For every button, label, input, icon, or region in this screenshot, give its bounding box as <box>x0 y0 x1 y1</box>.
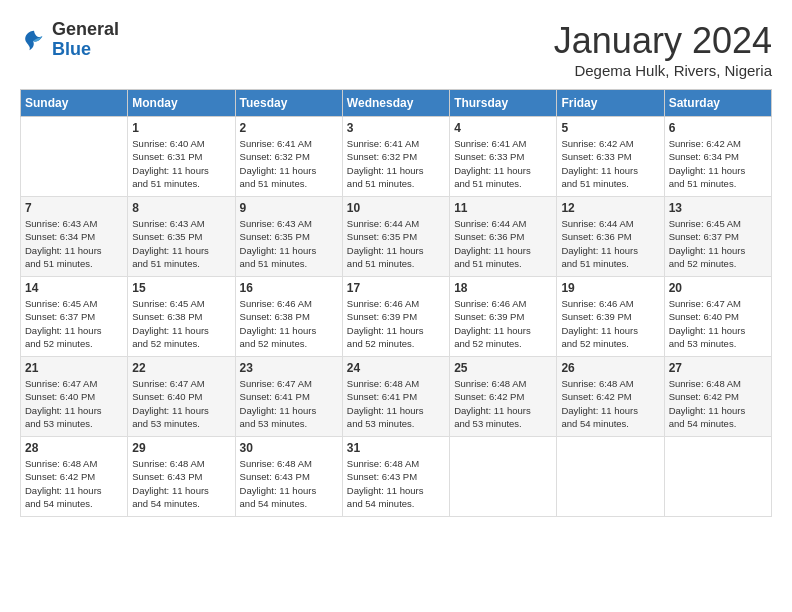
day-info: Sunrise: 6:48 AMSunset: 6:42 PMDaylight:… <box>561 377 659 430</box>
calendar-cell <box>664 437 771 517</box>
day-info: Sunrise: 6:44 AMSunset: 6:36 PMDaylight:… <box>454 217 552 270</box>
day-info: Sunrise: 6:45 AMSunset: 6:37 PMDaylight:… <box>25 297 123 350</box>
day-info: Sunrise: 6:42 AMSunset: 6:34 PMDaylight:… <box>669 137 767 190</box>
day-info: Sunrise: 6:40 AMSunset: 6:31 PMDaylight:… <box>132 137 230 190</box>
day-info: Sunrise: 6:41 AMSunset: 6:32 PMDaylight:… <box>347 137 445 190</box>
calendar-cell: 8Sunrise: 6:43 AMSunset: 6:35 PMDaylight… <box>128 197 235 277</box>
title-block: January 2024 Degema Hulk, Rivers, Nigeri… <box>554 20 772 79</box>
day-number: 25 <box>454 361 552 375</box>
day-info: Sunrise: 6:48 AMSunset: 6:43 PMDaylight:… <box>132 457 230 510</box>
calendar-cell: 7Sunrise: 6:43 AMSunset: 6:34 PMDaylight… <box>21 197 128 277</box>
calendar-cell: 26Sunrise: 6:48 AMSunset: 6:42 PMDayligh… <box>557 357 664 437</box>
day-info: Sunrise: 6:46 AMSunset: 6:39 PMDaylight:… <box>561 297 659 350</box>
day-info: Sunrise: 6:48 AMSunset: 6:43 PMDaylight:… <box>240 457 338 510</box>
calendar-week-row: 14Sunrise: 6:45 AMSunset: 6:37 PMDayligh… <box>21 277 772 357</box>
day-info: Sunrise: 6:45 AMSunset: 6:38 PMDaylight:… <box>132 297 230 350</box>
day-number: 18 <box>454 281 552 295</box>
day-number: 27 <box>669 361 767 375</box>
calendar-cell: 29Sunrise: 6:48 AMSunset: 6:43 PMDayligh… <box>128 437 235 517</box>
calendar-cell: 24Sunrise: 6:48 AMSunset: 6:41 PMDayligh… <box>342 357 449 437</box>
logo-text: General Blue <box>52 20 119 60</box>
day-info: Sunrise: 6:43 AMSunset: 6:34 PMDaylight:… <box>25 217 123 270</box>
calendar-cell <box>557 437 664 517</box>
day-number: 12 <box>561 201 659 215</box>
day-number: 1 <box>132 121 230 135</box>
month-title: January 2024 <box>554 20 772 62</box>
day-number: 16 <box>240 281 338 295</box>
column-header-thursday: Thursday <box>450 90 557 117</box>
day-number: 30 <box>240 441 338 455</box>
calendar-week-row: 1Sunrise: 6:40 AMSunset: 6:31 PMDaylight… <box>21 117 772 197</box>
calendar-cell: 1Sunrise: 6:40 AMSunset: 6:31 PMDaylight… <box>128 117 235 197</box>
calendar-table: SundayMondayTuesdayWednesdayThursdayFrid… <box>20 89 772 517</box>
day-info: Sunrise: 6:48 AMSunset: 6:42 PMDaylight:… <box>454 377 552 430</box>
calendar-cell: 5Sunrise: 6:42 AMSunset: 6:33 PMDaylight… <box>557 117 664 197</box>
calendar-cell: 9Sunrise: 6:43 AMSunset: 6:35 PMDaylight… <box>235 197 342 277</box>
day-number: 26 <box>561 361 659 375</box>
day-number: 2 <box>240 121 338 135</box>
day-info: Sunrise: 6:44 AMSunset: 6:35 PMDaylight:… <box>347 217 445 270</box>
calendar-cell: 28Sunrise: 6:48 AMSunset: 6:42 PMDayligh… <box>21 437 128 517</box>
calendar-cell: 20Sunrise: 6:47 AMSunset: 6:40 PMDayligh… <box>664 277 771 357</box>
day-info: Sunrise: 6:46 AMSunset: 6:39 PMDaylight:… <box>347 297 445 350</box>
calendar-cell: 27Sunrise: 6:48 AMSunset: 6:42 PMDayligh… <box>664 357 771 437</box>
day-number: 14 <box>25 281 123 295</box>
day-info: Sunrise: 6:47 AMSunset: 6:40 PMDaylight:… <box>132 377 230 430</box>
calendar-cell: 17Sunrise: 6:46 AMSunset: 6:39 PMDayligh… <box>342 277 449 357</box>
day-number: 10 <box>347 201 445 215</box>
day-number: 19 <box>561 281 659 295</box>
day-info: Sunrise: 6:41 AMSunset: 6:33 PMDaylight:… <box>454 137 552 190</box>
calendar-cell: 25Sunrise: 6:48 AMSunset: 6:42 PMDayligh… <box>450 357 557 437</box>
day-info: Sunrise: 6:48 AMSunset: 6:42 PMDaylight:… <box>25 457 123 510</box>
calendar-cell: 4Sunrise: 6:41 AMSunset: 6:33 PMDaylight… <box>450 117 557 197</box>
location-title: Degema Hulk, Rivers, Nigeria <box>554 62 772 79</box>
calendar-cell <box>450 437 557 517</box>
column-header-sunday: Sunday <box>21 90 128 117</box>
day-info: Sunrise: 6:47 AMSunset: 6:40 PMDaylight:… <box>669 297 767 350</box>
day-info: Sunrise: 6:46 AMSunset: 6:38 PMDaylight:… <box>240 297 338 350</box>
calendar-week-row: 21Sunrise: 6:47 AMSunset: 6:40 PMDayligh… <box>21 357 772 437</box>
day-number: 6 <box>669 121 767 135</box>
day-info: Sunrise: 6:42 AMSunset: 6:33 PMDaylight:… <box>561 137 659 190</box>
calendar-cell: 13Sunrise: 6:45 AMSunset: 6:37 PMDayligh… <box>664 197 771 277</box>
page-header: General Blue January 2024 Degema Hulk, R… <box>20 20 772 79</box>
day-number: 24 <box>347 361 445 375</box>
day-info: Sunrise: 6:48 AMSunset: 6:42 PMDaylight:… <box>669 377 767 430</box>
day-info: Sunrise: 6:44 AMSunset: 6:36 PMDaylight:… <box>561 217 659 270</box>
day-number: 5 <box>561 121 659 135</box>
calendar-cell: 21Sunrise: 6:47 AMSunset: 6:40 PMDayligh… <box>21 357 128 437</box>
calendar-cell: 15Sunrise: 6:45 AMSunset: 6:38 PMDayligh… <box>128 277 235 357</box>
day-number: 7 <box>25 201 123 215</box>
column-header-saturday: Saturday <box>664 90 771 117</box>
calendar-cell: 10Sunrise: 6:44 AMSunset: 6:35 PMDayligh… <box>342 197 449 277</box>
calendar-cell: 19Sunrise: 6:46 AMSunset: 6:39 PMDayligh… <box>557 277 664 357</box>
column-header-monday: Monday <box>128 90 235 117</box>
day-number: 4 <box>454 121 552 135</box>
logo-bird-icon <box>20 26 48 54</box>
day-number: 23 <box>240 361 338 375</box>
calendar-cell: 30Sunrise: 6:48 AMSunset: 6:43 PMDayligh… <box>235 437 342 517</box>
calendar-cell: 16Sunrise: 6:46 AMSunset: 6:38 PMDayligh… <box>235 277 342 357</box>
day-info: Sunrise: 6:48 AMSunset: 6:43 PMDaylight:… <box>347 457 445 510</box>
day-number: 3 <box>347 121 445 135</box>
calendar-cell: 23Sunrise: 6:47 AMSunset: 6:41 PMDayligh… <box>235 357 342 437</box>
day-info: Sunrise: 6:48 AMSunset: 6:41 PMDaylight:… <box>347 377 445 430</box>
day-number: 11 <box>454 201 552 215</box>
calendar-header-row: SundayMondayTuesdayWednesdayThursdayFrid… <box>21 90 772 117</box>
column-header-wednesday: Wednesday <box>342 90 449 117</box>
calendar-cell <box>21 117 128 197</box>
day-number: 15 <box>132 281 230 295</box>
day-number: 20 <box>669 281 767 295</box>
calendar-cell: 2Sunrise: 6:41 AMSunset: 6:32 PMDaylight… <box>235 117 342 197</box>
day-number: 29 <box>132 441 230 455</box>
logo: General Blue <box>20 20 119 60</box>
day-number: 13 <box>669 201 767 215</box>
day-info: Sunrise: 6:43 AMSunset: 6:35 PMDaylight:… <box>132 217 230 270</box>
day-number: 9 <box>240 201 338 215</box>
column-header-friday: Friday <box>557 90 664 117</box>
day-number: 22 <box>132 361 230 375</box>
day-info: Sunrise: 6:46 AMSunset: 6:39 PMDaylight:… <box>454 297 552 350</box>
day-number: 21 <box>25 361 123 375</box>
calendar-cell: 12Sunrise: 6:44 AMSunset: 6:36 PMDayligh… <box>557 197 664 277</box>
day-number: 17 <box>347 281 445 295</box>
